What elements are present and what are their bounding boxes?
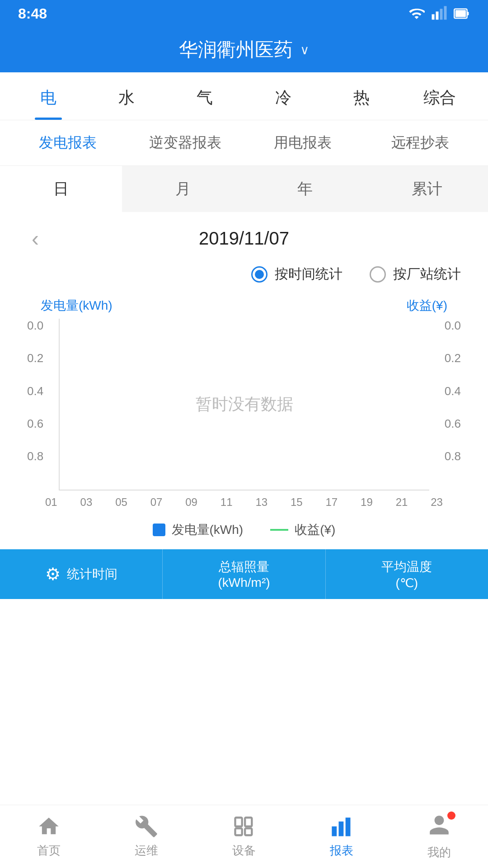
svg-rect-3 [444, 6, 447, 20]
radio-by-station[interactable]: 按厂站统计 [370, 265, 461, 283]
nav-item-maintenance[interactable]: 运维 [98, 805, 195, 868]
x-tick-3: 07 [150, 496, 163, 509]
sub-tab-generation-report[interactable]: 发电报表 [9, 120, 127, 165]
radio-label-time: 按时间统计 [275, 265, 343, 283]
legend-label-revenue: 收益(¥) [295, 521, 335, 538]
chart-icon [330, 815, 353, 838]
legend-label-generation: 发电量(kWh) [172, 521, 244, 538]
chart-axis-labels: 发电量(kWh) 收益(¥) [14, 292, 474, 319]
wifi-icon [408, 5, 425, 22]
chart-y-label-left: 发电量(kWh) [41, 297, 113, 314]
x-tick-11: 23 [431, 496, 443, 509]
bottom-nav: 首页 运维 设备 报表 我的 [0, 805, 488, 868]
category-tab-gas[interactable]: 气 [166, 72, 244, 120]
category-tabs: 电 水 气 冷 热 综合 [0, 72, 488, 120]
header-chevron[interactable]: ∨ [300, 42, 310, 57]
wrench-icon [135, 815, 158, 838]
chart-y-axis-left: 0.8 0.6 0.4 0.2 0.0 [27, 319, 59, 463]
chart-plot: 暂时没有数据 [59, 319, 429, 491]
radio-circle-station [370, 266, 386, 283]
category-tab-water[interactable]: 水 [87, 72, 165, 120]
y-tick-left-0: 0.0 [27, 319, 59, 333]
stats-time-label: 统计时间 [67, 566, 117, 583]
x-tick-10: 21 [396, 496, 408, 509]
signal-icon [431, 5, 447, 22]
stats-temperature[interactable]: 平均温度(℃) [326, 549, 488, 599]
y-tick-right-1: 0.2 [429, 351, 461, 365]
chart-y-axis-right: 0.8 0.6 0.4 0.2 0.0 [429, 319, 461, 463]
sub-tab-electricity-report[interactable]: 用电报表 [244, 120, 361, 165]
y-tick-left-1: 0.2 [27, 351, 59, 365]
legend-square-generation [153, 524, 165, 536]
stats-bar: ⚙ 统计时间 总辐照量(kWh/m²) 平均温度(℃) [0, 549, 488, 599]
legend-revenue: 收益(¥) [270, 521, 335, 538]
y-tick-right-0: 0.0 [429, 319, 461, 333]
y-tick-right-4: 0.8 [429, 449, 461, 463]
nav-badge-my [427, 813, 451, 840]
nav-label-my: 我的 [427, 844, 451, 860]
period-tab-month[interactable]: 月 [122, 166, 244, 212]
stats-time[interactable]: ⚙ 统计时间 [0, 549, 163, 599]
svg-rect-7 [235, 818, 242, 827]
stats-irradiance[interactable]: 总辐照量(kWh/m²) [163, 549, 325, 599]
category-tab-electricity[interactable]: 电 [9, 72, 87, 120]
nav-item-home[interactable]: 首页 [0, 805, 98, 868]
svg-rect-12 [339, 821, 344, 836]
legend-generation: 发电量(kWh) [153, 521, 244, 538]
chart-container: 发电量(kWh) 收益(¥) 0.8 0.6 0.4 0.2 0.0 暂时没有数… [0, 292, 488, 549]
sub-tab-remote-report[interactable]: 远程抄表 [361, 120, 479, 165]
category-tab-heat[interactable]: 热 [322, 72, 400, 120]
radio-group: 按时间统计 按厂站统计 [0, 265, 488, 292]
legend-line-revenue [270, 529, 288, 531]
svg-rect-1 [436, 12, 439, 20]
sub-tab-inverter-report[interactable]: 逆变器报表 [127, 120, 244, 165]
sub-tabs: 发电报表 逆变器报表 用电报表 远程抄表 [0, 120, 488, 166]
nav-label-maintenance: 运维 [135, 843, 158, 859]
y-tick-left-3: 0.6 [27, 417, 59, 431]
stats-temperature-label: 平均温度(℃) [381, 558, 432, 590]
period-tab-day[interactable]: 日 [0, 166, 122, 212]
x-tick-9: 19 [361, 496, 373, 509]
notification-badge [447, 811, 455, 820]
category-tab-cold[interactable]: 冷 [244, 72, 322, 120]
nav-item-my[interactable]: 我的 [390, 805, 488, 868]
device-icon [232, 815, 256, 838]
chart-wrapper: 0.8 0.6 0.4 0.2 0.0 暂时没有数据 0.8 0.6 0.4 0… [27, 319, 461, 491]
radio-label-station: 按厂站统计 [393, 265, 461, 283]
chart-x-axis: 01 03 05 07 09 11 13 15 17 19 21 23 [45, 491, 443, 514]
svg-rect-10 [245, 828, 252, 835]
radio-by-time[interactable]: 按时间统计 [251, 265, 343, 283]
nav-item-reports[interactable]: 报表 [293, 805, 390, 868]
y-tick-left-4: 0.8 [27, 449, 59, 463]
category-tab-综合[interactable]: 综合 [401, 72, 479, 120]
period-tab-cumulative[interactable]: 累计 [366, 166, 488, 212]
x-tick-2: 05 [115, 496, 127, 509]
app-header: 华润衢州医药 ∨ [0, 27, 488, 72]
x-tick-8: 17 [326, 496, 338, 509]
period-tab-year[interactable]: 年 [244, 166, 366, 212]
date-prev-button[interactable]: ‹ [27, 222, 43, 255]
status-icons [408, 5, 470, 22]
nav-label-devices: 设备 [232, 843, 256, 859]
nav-item-devices[interactable]: 设备 [195, 805, 293, 868]
home-icon [37, 815, 61, 838]
status-bar: 8:48 [0, 0, 488, 27]
y-tick-right-2: 0.4 [429, 384, 461, 398]
date-navigation: ‹ 2019/11/07 [0, 212, 488, 265]
svg-rect-5 [455, 10, 466, 17]
status-time: 8:48 [18, 5, 47, 22]
y-tick-right-3: 0.6 [429, 417, 461, 431]
x-tick-1: 03 [80, 496, 93, 509]
nav-label-reports: 报表 [330, 843, 353, 859]
svg-rect-9 [235, 828, 242, 835]
svg-rect-0 [432, 14, 435, 20]
nav-label-home: 首页 [37, 843, 61, 859]
chart-no-data-label: 暂时没有数据 [196, 393, 293, 415]
stats-irradiance-label: 总辐照量(kWh/m²) [218, 558, 270, 590]
radio-circle-time [251, 266, 267, 283]
period-tabs: 日 月 年 累计 [0, 166, 488, 212]
svg-rect-11 [332, 826, 337, 836]
x-tick-4: 09 [185, 496, 197, 509]
x-tick-5: 11 [221, 496, 233, 509]
battery-icon [454, 5, 470, 22]
